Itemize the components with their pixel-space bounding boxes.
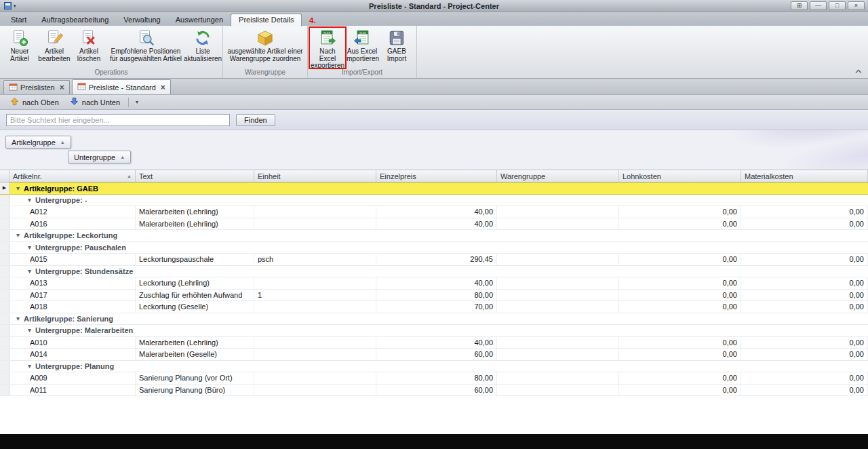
artikel-loeschen-button[interactable]: Artikel löschen: [72, 27, 106, 68]
cell: 0,00: [619, 385, 741, 396]
cell: Malerarbeiten (Lehrling): [136, 337, 254, 349]
collapse-group-icon[interactable]: ▾: [16, 185, 20, 192]
nach-oben-button[interactable]: nach Oben: [5, 96, 64, 109]
collapse-group-icon[interactable]: ▾: [28, 197, 31, 203]
chevron-down-icon[interactable]: ▾: [14, 3, 16, 9]
ribbon-tab-verwaltung[interactable]: Verwaltung: [116, 14, 167, 26]
minimize-button[interactable]: —: [810, 1, 827, 10]
row-indicator: [0, 230, 9, 241]
close-button[interactable]: ×: [848, 1, 865, 10]
gaeb-import-button[interactable]: GAEB Import: [380, 27, 414, 68]
table-row[interactable]: A015Leckortungspauschalepsch290,450,000,…: [0, 254, 868, 266]
ribbon-tab-auftragsbearbeitung[interactable]: Auftragsbearbeitung: [34, 14, 116, 26]
window-title: Preisliste - Standard - Project-Center: [0, 2, 868, 10]
aus-excel-importieren-button[interactable]: XLSX Aus Excel importieren: [345, 27, 379, 68]
table-row[interactable]: A013Leckortung (Lehrling)40,000,000,00: [0, 277, 868, 290]
search-positions-icon: [137, 29, 155, 47]
cell: 40,00: [376, 218, 497, 230]
group-row-label-cell: ▾Untergruppe: Planung: [9, 361, 868, 372]
cell: [497, 301, 619, 313]
cell: 70,00: [376, 301, 497, 313]
nach-excel-exportieren-button[interactable]: 4. XLSX Nach Excel exportieren: [311, 27, 344, 68]
cell: 0,00: [619, 277, 741, 289]
liste-aktualisieren-button[interactable]: Liste aktualisieren: [186, 27, 220, 68]
svg-text:XLSX: XLSX: [323, 31, 330, 35]
artikel-bearbeiten-button[interactable]: Artikel bearbeiten: [37, 27, 71, 68]
collapse-ribbon-button[interactable]: [854, 64, 863, 77]
subgroup-row[interactable]: ▾Untergruppe: -: [0, 195, 868, 207]
group-row-label-cell: ▾Artikelgruppe: GAEB: [9, 182, 868, 194]
collapse-group-icon[interactable]: ▾: [28, 244, 31, 251]
column-header-einzelpreis[interactable]: Einzelpreis: [376, 170, 497, 182]
group-row[interactable]: ▶▾Artikelgruppe: GAEB: [0, 182, 868, 195]
ribbon-group-import-export: 4. XLSX Nach Excel exportieren XLSX Aus …: [308, 26, 417, 78]
cell: 0,00: [741, 277, 868, 289]
cell: Leckortung (Geselle): [136, 301, 254, 313]
refresh-icon: [194, 29, 212, 47]
column-header-warengruppe[interactable]: Warengruppe: [497, 170, 619, 182]
table-row[interactable]: A016Malerarbeiten (Lehrling)40,000,000,0…: [0, 218, 868, 231]
warengruppe-zuordnen-button[interactable]: ausgewählte Artikel einer Warengruppe zu…: [226, 27, 304, 68]
table-row[interactable]: A010Malerarbeiten (Lehrling)40,000,000,0…: [0, 337, 868, 349]
group-by-untergruppe-chip[interactable]: Untergruppe ▲: [68, 151, 131, 163]
table-row[interactable]: A012Malerarbeiten (Lehrling)40,000,000,0…: [0, 206, 868, 218]
table-row[interactable]: A018Leckortung (Geselle)70,000,000,00: [0, 301, 868, 313]
collapse-group-icon[interactable]: ▾: [28, 268, 31, 275]
cell: [254, 337, 376, 349]
floppy-disk-icon: [388, 29, 406, 47]
column-header-lohnkosten[interactable]: Lohnkosten: [619, 170, 741, 182]
column-header-artikelnr[interactable]: Artikelnr.▲: [9, 170, 136, 182]
group-row[interactable]: ▾Artikelgruppe: Leckortung: [0, 230, 868, 242]
cell: A016: [9, 218, 136, 230]
arrow-down-icon: [70, 97, 79, 107]
subgroup-row[interactable]: ▾Untergruppe: Pauschalen: [0, 242, 868, 254]
column-header-einheit[interactable]: Einheit: [254, 170, 376, 182]
pricelist-grid: Artikelnr.▲TextEinheitEinzelpreisWarengr…: [0, 170, 868, 396]
group-row-label: Untergruppe: Stundensätze: [35, 267, 133, 275]
row-indicator: [0, 361, 9, 372]
cell: 0,00: [619, 349, 741, 360]
doc-tab-preislisten[interactable]: Preislisten ×: [3, 80, 70, 94]
column-header-materialkosten[interactable]: Materialkosten: [741, 170, 868, 182]
nach-unten-button[interactable]: nach Unten: [65, 96, 125, 109]
table-row[interactable]: A017Zuschlag für erhöhten Aufwand180,000…: [0, 290, 868, 302]
ribbon-tab-start[interactable]: Start: [3, 14, 34, 26]
table-row[interactable]: A011Sanierung Planung (Büro)60,000,000,0…: [0, 385, 868, 397]
quick-access-toolbar[interactable]: ▾: [0, 0, 16, 12]
ribbon-tab-preisliste-details[interactable]: Preisliste Details: [231, 14, 302, 26]
subgroup-row[interactable]: ▾Untergruppe: Stundensätze: [0, 266, 868, 278]
cell: A009: [9, 372, 136, 384]
button-label: Empfohlene Positionen für ausgewählten A…: [106, 48, 185, 62]
ribbon-tab-auswertungen[interactable]: Auswertungen: [168, 14, 231, 26]
group-by-artikelgruppe-chip[interactable]: Artikelgruppe ▲: [5, 136, 71, 149]
group-row-label: Untergruppe: Planung: [35, 362, 114, 370]
maximize-button[interactable]: □: [829, 1, 846, 10]
collapse-group-icon[interactable]: ▾: [16, 232, 20, 239]
search-input[interactable]: [6, 114, 230, 126]
ribbon: Neuer Artikel Artikel bearbeiten Artikel…: [0, 26, 868, 79]
table-row[interactable]: A014Malerarbeiten (Geselle)60,000,000,00: [0, 349, 868, 361]
cell: [497, 254, 619, 265]
collapse-group-icon[interactable]: ▾: [28, 327, 31, 334]
collapse-group-icon[interactable]: ▾: [28, 363, 31, 370]
table-row[interactable]: A009Sanierung Planung (vor Ort)80,000,00…: [0, 372, 868, 385]
toolbar-overflow-button[interactable]: ▾: [132, 99, 142, 105]
neuer-artikel-button[interactable]: Neuer Artikel: [3, 27, 37, 68]
subgroup-row[interactable]: ▾Untergruppe: Planung: [0, 361, 868, 373]
find-button[interactable]: Finden: [236, 114, 275, 126]
group-row-label-cell: ▾Untergruppe: Pauschalen: [9, 242, 868, 254]
group-row[interactable]: ▾Artikelgruppe: Sanierung: [0, 313, 868, 326]
doc-tab-preisliste-standard[interactable]: Preisliste - Standard ×: [72, 79, 171, 94]
close-tab-icon[interactable]: ×: [161, 84, 165, 91]
column-header-text[interactable]: Text: [136, 170, 254, 182]
cell: Sanierung Planung (vor Ort): [136, 372, 254, 384]
collapse-group-icon[interactable]: ▾: [16, 315, 20, 322]
close-tab-icon[interactable]: ×: [60, 84, 64, 91]
empfohlene-positionen-button[interactable]: Empfohlene Positionen für ausgewählten A…: [106, 27, 185, 68]
row-indicator: [0, 372, 9, 384]
group-row-label-cell: ▾Artikelgruppe: Sanierung: [9, 313, 868, 325]
cell: [254, 349, 376, 360]
subgroup-row[interactable]: ▾Untergruppe: Malerarbeiten: [0, 325, 868, 337]
window-style-button[interactable]: ⊞: [791, 1, 808, 10]
table-header: Artikelnr.▲TextEinheitEinzelpreisWarengr…: [0, 170, 868, 182]
